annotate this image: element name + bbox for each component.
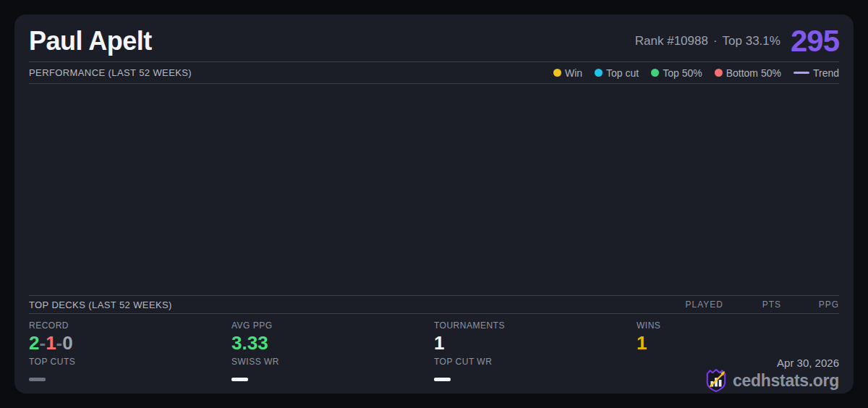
stat-top-cuts-label: TOP CUTS: [29, 357, 231, 367]
stats-grid: RECORD 2-1-0 AVG PPG 3.33 TOURNAMENTS 1 …: [29, 314, 839, 394]
stat-tournaments-label: TOURNAMENTS: [434, 320, 637, 331]
stat-top-cuts: TOP CUTS: [29, 357, 231, 394]
stat-top-cuts-dash: [29, 378, 46, 381]
column-header-ppg: PPG: [781, 299, 839, 310]
report-date: Apr 30, 2026: [777, 357, 839, 369]
cedhstats-logo-icon: [705, 369, 727, 392]
top-decks-column-headers: PLAYEDPTSPPG: [665, 299, 839, 310]
stat-tournaments: TOURNAMENTS 1: [434, 320, 637, 357]
performance-section-title: PERFORMANCE (LAST 52 WEEKS): [29, 67, 192, 78]
legend-dot-icon: [553, 69, 561, 77]
record-part: 1: [46, 332, 56, 354]
column-header-played: PLAYED: [665, 299, 723, 310]
top-decks-header-row: TOP DECKS (LAST 52 WEEKS) PLAYEDPTSPPG: [29, 296, 839, 314]
record-part: -: [56, 332, 63, 354]
rank-score-block: Rank #10988·Top 33.1% 295: [635, 26, 839, 56]
stat-record-label: RECORD: [29, 320, 231, 331]
stat-top-cut-wr-dash: [434, 378, 451, 381]
player-score: 295: [791, 26, 839, 56]
top-decks-section-title: TOP DECKS (LAST 52 WEEKS): [29, 299, 172, 310]
stat-avg-ppg-label: AVG PPG: [231, 320, 434, 331]
stat-avg-ppg-value: 3.33: [231, 333, 434, 354]
record-part: 0: [62, 332, 72, 354]
trend-line-swatch: [793, 72, 809, 74]
stat-wins: WINS 1: [637, 320, 839, 357]
footer-block: Apr 30, 2026 cedhstats.org: [637, 357, 839, 394]
player-stats-card: Paul Apelt Rank #10988·Top 33.1% 295 PER…: [14, 14, 854, 394]
legend-dot-icon: [595, 69, 603, 77]
legend-label: Trend: [813, 67, 839, 79]
column-header-pts: PTS: [723, 299, 781, 310]
legend-item-top-cut: Top cut: [595, 67, 639, 79]
performance-chart-area: [29, 84, 839, 296]
stat-wins-value: 1: [637, 333, 839, 354]
brand-row: cedhstats.org: [705, 369, 839, 392]
rank-text: Rank #10988: [635, 34, 708, 48]
stat-record: RECORD 2-1-0: [29, 320, 231, 357]
legend-item-win: Win: [553, 67, 582, 79]
player-name: Paul Apelt: [29, 26, 152, 56]
stat-record-value: 2-1-0: [29, 333, 231, 354]
chart-legend: WinTop cutTop 50%Bottom 50%Trend: [553, 67, 839, 79]
legend-label: Bottom 50%: [726, 67, 781, 79]
stat-swiss-wr-dash: [231, 378, 248, 381]
legend-label: Win: [565, 67, 582, 79]
legend-dot-icon: [715, 69, 723, 77]
performance-header-row: PERFORMANCE (LAST 52 WEEKS) WinTop cutTo…: [29, 62, 839, 84]
legend-item-trend: Trend: [793, 67, 839, 79]
legend-item-bottom-50-: Bottom 50%: [715, 67, 781, 79]
stat-tournaments-value: 1: [434, 333, 637, 354]
legend-label: Top 50%: [663, 67, 702, 79]
record-part: -: [39, 332, 46, 354]
record-part: 2: [29, 332, 39, 354]
stat-swiss-wr: SWISS WR: [231, 357, 434, 394]
legend-dot-icon: [651, 69, 659, 77]
legend-item-top-50-: Top 50%: [651, 67, 702, 79]
card-header: Paul Apelt Rank #10988·Top 33.1% 295: [29, 14, 839, 62]
stat-swiss-wr-label: SWISS WR: [231, 357, 434, 367]
stat-avg-ppg: AVG PPG 3.33: [231, 320, 434, 357]
stat-top-cut-wr-label: TOP CUT WR: [434, 357, 637, 367]
stat-wins-label: WINS: [637, 320, 839, 331]
legend-label: Top cut: [606, 67, 639, 79]
stat-top-cut-wr: TOP CUT WR: [434, 357, 637, 394]
separator-dot: ·: [713, 34, 718, 48]
rank-line: Rank #10988·Top 33.1%: [635, 34, 780, 48]
percentile-text: Top 33.1%: [723, 34, 780, 48]
brand-name: cedhstats.org: [733, 371, 839, 391]
